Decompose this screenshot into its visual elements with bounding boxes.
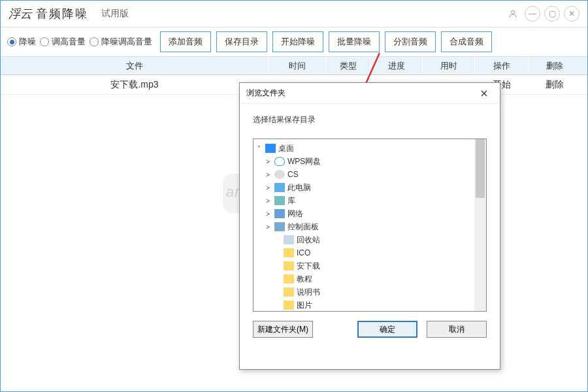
dialog-buttons: 新建文件夹(M) 确定 取消	[240, 312, 500, 347]
col-time: 时间	[269, 57, 326, 74]
tree-item[interactable]: >CS	[255, 168, 473, 181]
tree-item-label: 控制面板	[287, 221, 319, 233]
tree-item-label: CS	[287, 170, 299, 179]
col-progress: 进度	[370, 57, 423, 74]
tree-item[interactable]: 回收站	[255, 233, 473, 246]
tree-item-label: 网络	[287, 208, 303, 220]
app-title: 音频降噪	[36, 6, 88, 22]
radio-icon	[7, 37, 16, 46]
tree-item[interactable]: ICO	[255, 246, 473, 259]
split-audio-button[interactable]: 分割音频	[385, 31, 436, 52]
col-file: 文件	[1, 57, 269, 74]
start-denoise-button[interactable]: 开始降噪	[272, 31, 323, 52]
dialog-titlebar: 浏览文件夹	[240, 83, 500, 104]
tree-item[interactable]: ˅桌面	[255, 142, 473, 155]
ok-button[interactable]: 确定	[357, 321, 417, 338]
radio-denoise[interactable]: 降噪	[7, 36, 36, 48]
table-header: 文件 时间 类型 进度 用时 操作 删除	[1, 57, 587, 75]
cell-delete-button[interactable]: 删除	[529, 75, 581, 94]
tree-item-label: WPS网盘	[287, 156, 321, 167]
tree-item-label: 图片	[297, 300, 312, 311]
tree-item-label: ICO	[297, 248, 310, 257]
folder-icon	[284, 248, 294, 257]
merge-audio-button[interactable]: 合成音频	[441, 31, 492, 52]
scrollbar-thumb[interactable]	[476, 139, 485, 198]
recycle-icon	[284, 235, 294, 244]
folder-icon	[284, 274, 294, 284]
expander-icon[interactable]: >	[264, 184, 272, 191]
tree-item-label: 桌面	[278, 143, 294, 154]
radio-icon	[40, 37, 49, 46]
tree-item[interactable]: >库	[255, 194, 473, 207]
user-icon[interactable]	[505, 6, 521, 22]
folder-icon	[284, 261, 294, 270]
tree-item[interactable]: >控制面板	[255, 220, 473, 233]
maximize-button[interactable]: ▢	[544, 6, 560, 22]
close-button[interactable]: ✕	[564, 6, 580, 22]
new-folder-button[interactable]: 新建文件夹(M)	[253, 321, 313, 338]
tree-item[interactable]: 教程	[255, 272, 473, 286]
expander-icon[interactable]: >	[264, 223, 272, 231]
folder-icon	[284, 301, 294, 310]
ctrl-icon	[274, 222, 285, 231]
user-icon	[274, 170, 285, 179]
tree-item[interactable]: 说明书	[255, 286, 473, 299]
radio-icon	[90, 37, 99, 46]
titlebar: 浮云 音频降噪 试用版 — ▢ ✕	[1, 1, 587, 27]
col-operation: 操作	[475, 57, 529, 74]
save-dir-button[interactable]: 保存目录	[216, 31, 267, 52]
mode-radio-group: 降噪 调高音量 降噪调高音量	[7, 36, 152, 48]
expander-icon[interactable]: >	[264, 158, 272, 165]
app-logo: 浮云	[8, 6, 32, 22]
tree-item[interactable]: >网络	[255, 207, 473, 220]
col-type: 类型	[326, 57, 370, 74]
tree-item[interactable]: >WPS网盘	[255, 155, 473, 168]
cell-file: 安下载.mp3	[1, 75, 269, 94]
tree-item[interactable]: 图片	[255, 299, 473, 311]
minimize-button[interactable]: —	[525, 6, 540, 22]
tree-item-label: 教程	[297, 274, 312, 285]
cancel-button[interactable]: 取消	[427, 321, 487, 338]
radio-volume[interactable]: 调高音量	[40, 36, 86, 48]
dialog-close-button[interactable]	[475, 86, 493, 101]
expander-icon[interactable]: >	[264, 197, 272, 204]
svg-point-0	[512, 10, 515, 14]
radio-both[interactable]: 降噪调高音量	[90, 36, 152, 48]
expander-icon[interactable]: >	[264, 171, 272, 178]
version-label: 试用版	[101, 8, 129, 20]
net-icon	[274, 209, 285, 218]
add-audio-button[interactable]: 添加音频	[160, 31, 211, 52]
dialog-subtitle: 选择结果保存目录	[240, 104, 500, 139]
folder-tree: ˅桌面>WPS网盘>CS>此电脑>库>网络>控制面板回收站ICO安下载教程说明书…	[253, 139, 487, 312]
cloud-icon	[274, 157, 285, 166]
toolbar: 降噪 调高音量 降噪调高音量 添加音频 保存目录 开始降噪 批量降噪 分割音频 …	[1, 27, 587, 57]
folder-icon	[284, 287, 294, 297]
expander-icon[interactable]: >	[264, 210, 272, 218]
tree-item-label: 安下载	[297, 261, 320, 272]
browse-folder-dialog: 浏览文件夹 选择结果保存目录 ˅桌面>WPS网盘>CS>此电脑>库>网络>控制面…	[239, 82, 500, 370]
tree-item-label: 库	[287, 195, 295, 206]
col-delete: 删除	[529, 57, 581, 74]
lib-icon	[274, 196, 285, 205]
pc-icon	[274, 183, 285, 192]
expander-icon[interactable]: ˅	[255, 145, 263, 152]
dialog-title: 浏览文件夹	[246, 88, 286, 99]
tree-item-label: 回收站	[297, 235, 320, 246]
batch-denoise-button[interactable]: 批量降噪	[329, 31, 380, 52]
tree-scrollbar[interactable]	[474, 139, 486, 311]
tree-item[interactable]: 安下载	[255, 259, 473, 272]
col-duration: 用时	[423, 57, 475, 74]
tree-item-label: 说明书	[297, 287, 320, 298]
desktop-icon	[265, 144, 276, 153]
tree-item-label: 此电脑	[287, 182, 311, 193]
tree-item[interactable]: >此电脑	[255, 181, 473, 194]
